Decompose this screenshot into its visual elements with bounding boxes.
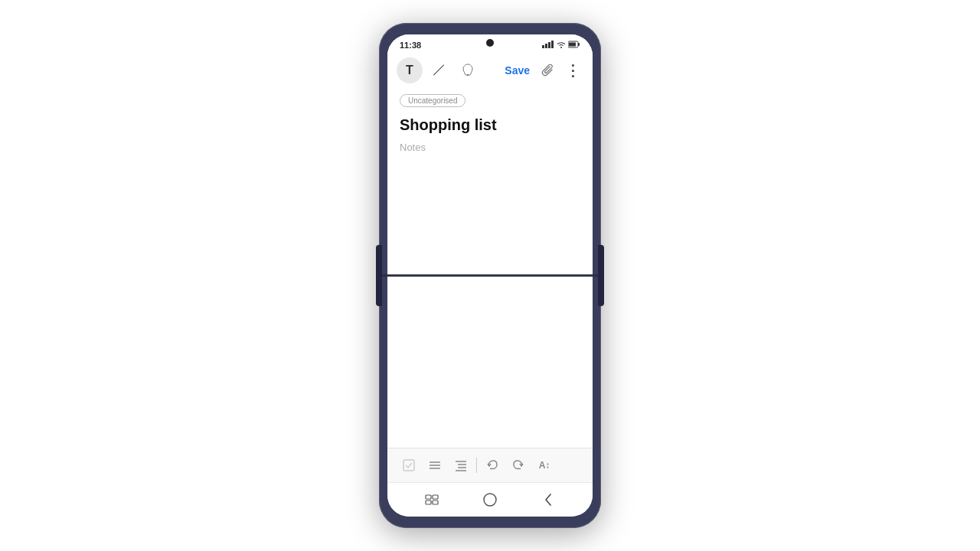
indent-button[interactable] (449, 453, 473, 478)
svg-rect-3 (551, 41, 554, 48)
note-body-area[interactable] (400, 159, 580, 442)
checkbox-button[interactable] (397, 453, 421, 478)
text-size-button[interactable]: A↕ (532, 453, 557, 478)
pen-tool-button[interactable] (426, 57, 452, 83)
svg-rect-6 (578, 43, 580, 46)
status-bar: 11:38 (387, 34, 593, 53)
format-divider-1 (476, 458, 477, 473)
attach-button[interactable] (537, 60, 559, 81)
format-bar: A↕ (387, 448, 593, 482)
svg-rect-0 (542, 45, 544, 48)
wifi-icon (557, 41, 566, 50)
category-badge[interactable]: Uncategorised (400, 94, 466, 107)
svg-rect-1 (545, 44, 547, 48)
hinge-left (376, 245, 382, 305)
svg-rect-19 (433, 500, 438, 504)
status-icons (542, 41, 580, 50)
recent-apps-button[interactable] (418, 489, 446, 510)
more-options-button[interactable]: ⋮ (562, 60, 583, 81)
svg-rect-18 (426, 500, 431, 504)
hinge-right (598, 245, 604, 305)
toolbar: T Save (387, 53, 593, 88)
notes-placeholder: Notes (400, 142, 580, 153)
text-tool-icon: T (406, 64, 413, 77)
content-area[interactable]: Uncategorised Shopping list Notes (387, 88, 593, 448)
svg-rect-16 (426, 495, 431, 499)
phone-screen: 11:38 (387, 34, 593, 517)
svg-rect-17 (433, 495, 438, 499)
home-button[interactable] (476, 489, 504, 510)
redo-button[interactable] (506, 453, 531, 478)
phone-device: 11:38 (379, 23, 601, 528)
signal-icon (542, 41, 554, 50)
save-button[interactable]: Save (500, 61, 534, 80)
undo-button[interactable] (480, 453, 505, 478)
svg-point-20 (484, 494, 496, 506)
text-tool-button[interactable]: T (397, 57, 423, 83)
status-time: 11:38 (400, 41, 421, 50)
note-title[interactable]: Shopping list (400, 116, 580, 134)
svg-rect-2 (548, 42, 550, 48)
paint-tool-button[interactable] (455, 57, 481, 83)
paint-tool-icon (461, 63, 475, 79)
battery-icon (568, 41, 580, 50)
svg-rect-5 (569, 43, 576, 47)
pen-tool-icon (432, 63, 446, 79)
svg-rect-8 (403, 460, 414, 471)
back-button[interactable] (534, 489, 562, 510)
list-button[interactable] (423, 453, 447, 478)
nav-bar (387, 482, 593, 517)
camera-notch (486, 39, 494, 47)
